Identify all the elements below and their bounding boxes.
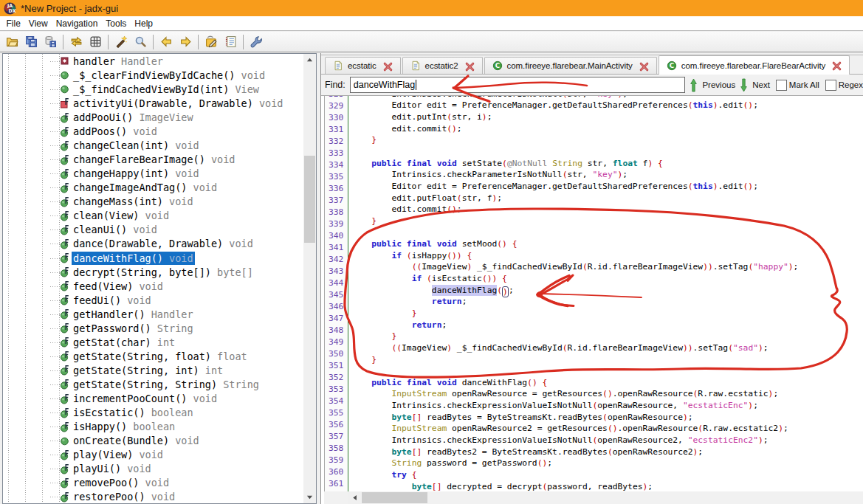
scroll-down-button[interactable] bbox=[303, 491, 316, 503]
tab-close-icon[interactable] bbox=[383, 61, 393, 71]
tree-item-feedui[interactable]: feedUi() void bbox=[3, 293, 303, 307]
tab-com-fireeye-flarebear-mainactivity[interactable]: Ccom.fireeye.flarebear.MainActivity bbox=[484, 57, 657, 74]
line-number-341: 341 bbox=[325, 242, 348, 254]
open-file-button[interactable] bbox=[2, 33, 21, 51]
code-token: ; bbox=[647, 482, 653, 491]
tab-close-icon[interactable] bbox=[832, 61, 842, 70]
tree-item-changehappy-int[interactable]: changeHappy(int) void bbox=[3, 167, 303, 181]
tree-item-isecstatic[interactable]: isEcstatic() boolean bbox=[3, 406, 303, 420]
code-token: ImageView bbox=[422, 262, 467, 272]
find-input[interactable]: danceWithFlag bbox=[350, 77, 686, 93]
tree-item-clean-view[interactable]: clean(View) void bbox=[3, 209, 303, 223]
code-token: "happy" bbox=[753, 262, 788, 272]
tree-item-getstat-char[interactable]: getStat(char) int bbox=[3, 335, 303, 349]
sync-button[interactable] bbox=[66, 33, 86, 51]
menu-view[interactable]: View bbox=[24, 16, 52, 31]
member-name: getPassword() bbox=[73, 322, 157, 334]
code-line-360: String password = getPassword(); bbox=[351, 458, 798, 469]
checkbox[interactable] bbox=[776, 80, 787, 91]
tree-item-decrypt-string-byte[interactable]: decrypt(String, byte[]) byte[] bbox=[3, 265, 303, 279]
tree-item-handler[interactable]: handler Handler bbox=[3, 54, 303, 68]
code-token: ()) bbox=[447, 251, 461, 260]
code-token: this bbox=[693, 182, 713, 191]
code-token: readBytes = ByteStreamsKt.readBytes bbox=[422, 412, 602, 422]
tree-item-play-view[interactable]: play(View) void bbox=[3, 448, 303, 462]
method-final-icon-svg bbox=[60, 239, 69, 249]
tree-item-changeimageandtag[interactable]: changeImageAndTag() void bbox=[3, 181, 303, 195]
preferences-button[interactable] bbox=[247, 33, 266, 51]
tree-item-ishappy[interactable]: isHappy() boolean bbox=[3, 420, 303, 434]
tree-item-changeflarebearimage[interactable]: changeFlareBearImage() void bbox=[3, 153, 303, 167]
save-all-button[interactable] bbox=[21, 33, 41, 51]
menu-help[interactable]: Help bbox=[131, 16, 157, 31]
code-token: ) bbox=[788, 262, 794, 272]
code-editor[interactable]: Intrinsics.checkParameterIsNotNull(str, … bbox=[348, 96, 863, 504]
tree-item-oncreate-bundle[interactable]: onCreate(Bundle) void bbox=[3, 434, 303, 448]
method-final-icon bbox=[60, 309, 69, 319]
method-final-icon-svg bbox=[60, 169, 69, 179]
previous-button[interactable]: Previous bbox=[690, 78, 735, 92]
tree-item-getstate-string-int[interactable]: getState(String, int) int bbox=[3, 363, 303, 377]
tree-item-findcachedviewbyid-int[interactable]: _$_findCachedViewById(int) View bbox=[3, 82, 303, 96]
menu-tools[interactable]: Tools bbox=[102, 16, 131, 31]
quick-commands-button[interactable] bbox=[202, 33, 221, 51]
export-button[interactable] bbox=[41, 33, 60, 51]
checkbox[interactable] bbox=[825, 80, 836, 91]
tree-item-changemass-int[interactable]: changeMass(int) void bbox=[3, 195, 303, 209]
tree-item-cleanui[interactable]: cleanUi() void bbox=[3, 223, 303, 237]
code-token: () bbox=[447, 124, 457, 134]
code-token: ) bbox=[778, 424, 783, 433]
code-token bbox=[351, 343, 391, 353]
title-bar[interactable]: JA DX *New Project - jadx-gui bbox=[0, 0, 863, 16]
scroll-left-button[interactable] bbox=[348, 491, 361, 504]
flat-packages-button[interactable] bbox=[86, 33, 105, 51]
tree-connector bbox=[50, 497, 60, 497]
tree-item-getstate-string-float[interactable]: getState(String, float) float bbox=[3, 349, 303, 363]
deobfuscation-button[interactable] bbox=[111, 33, 131, 51]
method-final-icon bbox=[60, 422, 69, 432]
tab-ecstatic[interactable]: ecstatic bbox=[325, 57, 401, 74]
tree-item-changeclean-int[interactable]: changeClean(int) void bbox=[3, 139, 303, 153]
code-horizontal-scrollbar[interactable] bbox=[348, 491, 863, 504]
search-button[interactable] bbox=[131, 33, 150, 51]
tab-close-icon[interactable] bbox=[639, 61, 649, 71]
tree-item-getpassword[interactable]: getPassword() String bbox=[3, 321, 303, 335]
tree-item-dancewithflag[interactable]: danceWithFlag() void bbox=[3, 251, 303, 265]
method-final-icon-svg bbox=[60, 408, 69, 418]
menu-navigation[interactable]: Navigation bbox=[52, 16, 102, 31]
back-button[interactable] bbox=[157, 33, 176, 51]
scroll-up-button[interactable] bbox=[303, 54, 316, 66]
tree-item-addpooui[interactable]: addPooUi() ImageView bbox=[3, 111, 303, 125]
code-token: ; bbox=[497, 193, 502, 203]
svg-text:C: C bbox=[495, 62, 499, 69]
member-return-type: void bbox=[127, 294, 151, 306]
tree-item-playui[interactable]: playUi() void bbox=[3, 462, 303, 476]
tree-item-activityui-drawable-drawable[interactable]: activityUi(Drawable, Drawable) void bbox=[3, 96, 303, 110]
code-token: R.raw.ecstatic bbox=[698, 389, 768, 398]
member-return-type: String bbox=[157, 322, 193, 334]
tree-item-addpoos[interactable]: addPoos() void bbox=[3, 125, 303, 139]
tree-item-restorepoo[interactable]: restorePoo() void bbox=[3, 490, 303, 503]
scrollbar-thumb[interactable] bbox=[362, 492, 427, 503]
next-button[interactable]: Next bbox=[740, 78, 770, 92]
scrollbar-thumb[interactable] bbox=[304, 156, 315, 243]
method-final-icon-svg bbox=[60, 141, 69, 151]
tab-com-fireeye-flarebear-flarebearactivity[interactable]: Ccom.fireeye.flarebear.FlareBearActivity bbox=[659, 55, 850, 75]
tree-item-gethandler[interactable]: getHandler() Handler bbox=[3, 307, 303, 321]
tree-item-clearfindviewbyidcache[interactable]: _$_clearFindViewByIdCache() void bbox=[3, 68, 303, 82]
code-token: InputStream bbox=[391, 389, 447, 398]
forward-button[interactable] bbox=[176, 33, 195, 51]
tree-item-incrementpoocount[interactable]: incrementPooCount() void bbox=[3, 392, 303, 406]
code-line-344: if (isEcstatic()) { bbox=[351, 273, 798, 285]
tree-item-feed-view[interactable]: feed(View) void bbox=[3, 279, 303, 293]
tree-item-dance-drawable-drawable[interactable]: dance(Drawable, Drawable) void bbox=[3, 237, 303, 251]
tab-close-icon[interactable] bbox=[465, 61, 475, 71]
tree-item-label: danceWithFlag() void bbox=[72, 252, 195, 265]
line-number-344: 344 bbox=[325, 277, 348, 289]
log-viewer-button[interactable] bbox=[221, 33, 240, 51]
tree-item-removepoo[interactable]: removePoo() void bbox=[3, 476, 303, 490]
tree-item-getstate-string-string[interactable]: getState(String, String) String bbox=[3, 377, 303, 391]
menu-file[interactable]: File bbox=[2, 16, 24, 31]
tab-ecstatic2[interactable]: ecstatic2 bbox=[402, 57, 483, 74]
tree-vertical-scrollbar[interactable] bbox=[303, 54, 316, 503]
